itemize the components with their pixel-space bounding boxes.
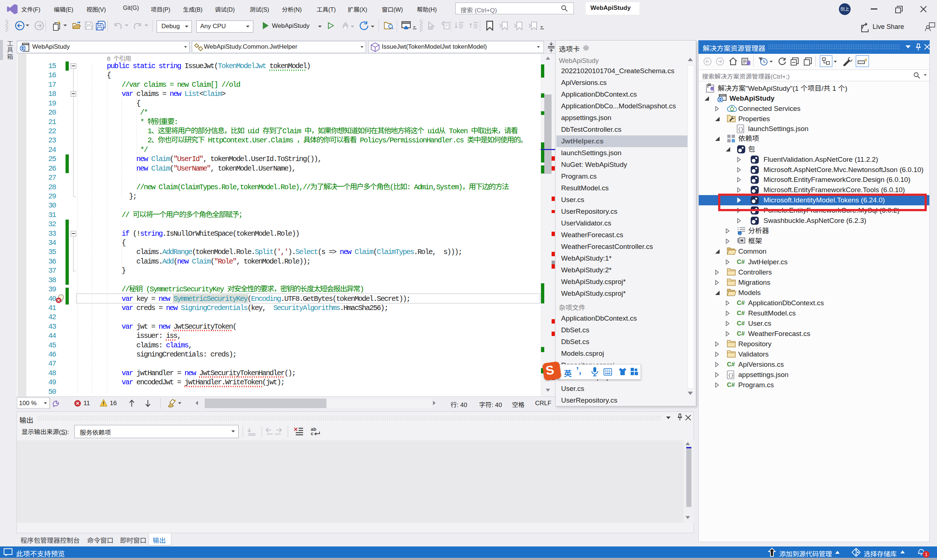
svg-text:C#: C# xyxy=(727,361,735,368)
svg-text:C#: C# xyxy=(737,258,745,265)
svg-text:C#: C# xyxy=(737,310,745,317)
svg-text:C#: C# xyxy=(737,320,745,327)
svg-text:c: c xyxy=(311,431,313,436)
svg-text:C#: C# xyxy=(727,382,735,388)
svg-text:C#: C# xyxy=(737,299,745,306)
svg-text:{}: {} xyxy=(728,372,734,378)
svg-text:{}: {} xyxy=(738,127,744,132)
svg-text:C#: C# xyxy=(737,330,745,337)
